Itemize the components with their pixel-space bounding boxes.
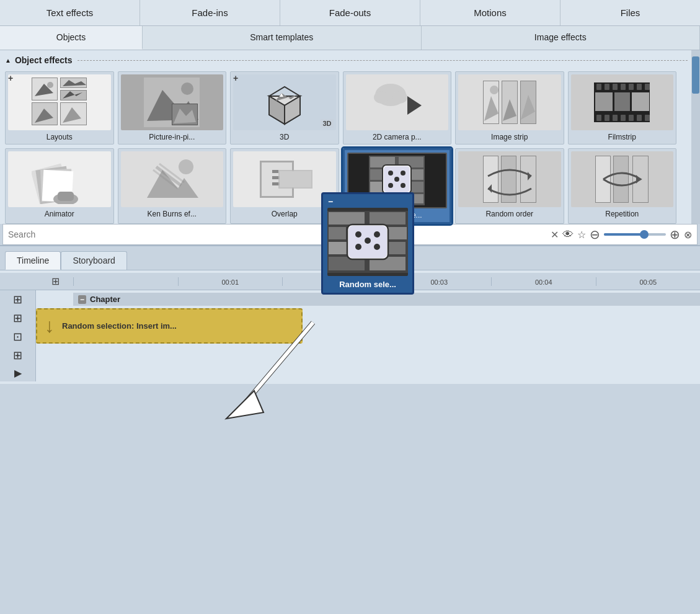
tab-motions[interactable]: Motions bbox=[420, 0, 560, 25]
chapter-label: Chapter bbox=[90, 295, 120, 304]
svg-rect-74 bbox=[272, 170, 278, 173]
svg-rect-111 bbox=[370, 212, 405, 225]
svg-rect-50 bbox=[645, 84, 650, 90]
tab-files[interactable]: Files bbox=[560, 0, 700, 25]
section-title: Object effects bbox=[15, 55, 73, 65]
tab-fade-outs[interactable]: Fade-outs bbox=[280, 0, 420, 25]
effect-label-animator: Animator bbox=[45, 210, 74, 218]
app-container: Text effects Fade-ins Fade-outs Motions … bbox=[0, 0, 700, 443]
svg-point-94 bbox=[394, 177, 399, 182]
collapse-triangle[interactable]: ▲ bbox=[5, 57, 11, 64]
tooltip-minus[interactable]: − bbox=[326, 197, 335, 208]
effect-strip[interactable]: Image strip bbox=[455, 71, 564, 145]
svg-rect-57 bbox=[645, 115, 650, 121]
effect-thumb-strip bbox=[458, 74, 561, 130]
zoom-plus-icon[interactable]: ⊕ bbox=[670, 227, 680, 242]
svg-rect-110 bbox=[329, 212, 365, 225]
tab-timeline[interactable]: Timeline bbox=[5, 251, 61, 270]
clear-icon[interactable]: ✕ bbox=[551, 229, 559, 241]
tool-icon-1[interactable]: ⊞ bbox=[13, 293, 22, 306]
effect-layouts[interactable]: + bbox=[5, 71, 114, 145]
search-input[interactable] bbox=[8, 229, 547, 239]
effect-thumb-animator bbox=[8, 151, 111, 207]
effect-label-strip: Image strip bbox=[491, 133, 528, 141]
track-item[interactable]: ↓ Random selection: Insert im... bbox=[36, 308, 303, 344]
ruler-mark-4: 00:04 bbox=[491, 277, 596, 286]
svg-rect-48 bbox=[629, 84, 634, 90]
effects-area: + bbox=[5, 71, 688, 224]
effect-kenburns[interactable]: Ken Burns ef... bbox=[118, 148, 227, 224]
effect-camera[interactable]: 2D camera p... bbox=[343, 71, 452, 145]
tab-image-effects[interactable]: Image effects bbox=[422, 26, 701, 50]
svg-rect-47 bbox=[621, 84, 626, 90]
svg-point-3 bbox=[47, 82, 53, 88]
play-icon[interactable]: ▶ bbox=[14, 367, 22, 379]
svg-marker-31 bbox=[407, 96, 422, 115]
effect-thumb-overlap bbox=[233, 151, 336, 207]
star-icon[interactable]: ☆ bbox=[577, 229, 586, 241]
track-row: ↓ Random selection: Insert im... bbox=[36, 308, 700, 344]
down-arrow-icon: ↓ bbox=[45, 314, 55, 337]
effect-order[interactable]: Random order bbox=[455, 148, 564, 224]
svg-point-29 bbox=[374, 91, 389, 104]
tab-objects[interactable]: Objects bbox=[0, 26, 143, 50]
tooltip-thumb-area bbox=[327, 208, 408, 276]
svg-rect-98 bbox=[484, 156, 498, 202]
effect-thumb-pip bbox=[121, 74, 224, 130]
svg-rect-58 bbox=[595, 92, 613, 111]
section-header: ▲ Object effects bbox=[5, 55, 688, 65]
svg-rect-49 bbox=[637, 84, 642, 90]
tab-storyboard[interactable]: Storyboard bbox=[61, 251, 126, 270]
svg-rect-112 bbox=[329, 227, 346, 239]
search-zoom-icon[interactable]: ⊗ bbox=[684, 229, 692, 241]
svg-point-126 bbox=[374, 244, 380, 250]
zoom-thumb[interactable] bbox=[640, 230, 649, 239]
svg-point-122 bbox=[355, 231, 361, 238]
effect-rep[interactable]: Repetition bbox=[568, 148, 677, 224]
track-item-label: Random selection: Insert im... bbox=[62, 321, 177, 331]
effect-animator[interactable]: Animator bbox=[5, 148, 114, 224]
svg-rect-45 bbox=[605, 84, 609, 90]
plus-badge-layouts: + bbox=[8, 73, 13, 83]
svg-point-68 bbox=[179, 159, 193, 174]
effect-thumb-layouts bbox=[8, 74, 111, 130]
svg-point-124 bbox=[365, 238, 371, 244]
chapter-header: − Chapter bbox=[73, 293, 700, 306]
effect-thumb-rep bbox=[571, 151, 674, 207]
effect-3d[interactable]: + bbox=[230, 71, 339, 145]
tooltip-popup: − bbox=[321, 192, 414, 295]
second-tabs-row: Objects Smart templates Image effects bbox=[0, 26, 700, 50]
svg-rect-55 bbox=[629, 115, 634, 121]
effect-thumb-camera bbox=[346, 74, 449, 130]
svg-rect-53 bbox=[613, 115, 618, 121]
effect-thumb-order bbox=[458, 151, 561, 207]
vscrollbar[interactable] bbox=[691, 50, 700, 224]
svg-rect-46 bbox=[613, 84, 618, 90]
eye-icon[interactable]: 👁 bbox=[562, 228, 574, 241]
tracks-area: − Chapter ↓ Random selection: Insert im.… bbox=[36, 290, 700, 381]
tab-fade-ins[interactable]: Fade-ins bbox=[140, 0, 280, 25]
effect-pip[interactable]: Picture-in-pi... bbox=[118, 71, 227, 145]
timeline-left-tools: ⊞ ⊞ ⊡ ⊞ ▶ bbox=[0, 290, 36, 381]
zoom-slider-container[interactable] bbox=[604, 233, 666, 236]
ruler-mark-0 bbox=[73, 277, 178, 286]
tool-icon-2[interactable]: ⊞ bbox=[13, 311, 22, 325]
timeline-main: ⊞ ⊞ ⊡ ⊞ ▶ − Chapter bbox=[0, 290, 700, 381]
tab-smart-templates[interactable]: Smart templates bbox=[143, 26, 422, 50]
tool-icon-4[interactable]: ⊞ bbox=[13, 349, 22, 362]
svg-rect-78 bbox=[280, 171, 311, 187]
effect-film[interactable]: Filmstrip bbox=[568, 71, 677, 145]
effect-label-film: Filmstrip bbox=[608, 133, 636, 141]
effect-label-layouts: Layouts bbox=[47, 133, 73, 141]
svg-point-125 bbox=[355, 244, 361, 250]
effect-label-3d: 3D bbox=[280, 133, 289, 141]
effect-label-pip: Picture-in-pi... bbox=[149, 133, 195, 141]
grid-icon[interactable]: ⊞ bbox=[51, 275, 60, 287]
zoom-minus-icon[interactable]: ⊖ bbox=[590, 227, 600, 242]
vscrollbar-thumb[interactable] bbox=[692, 56, 699, 94]
effect-thumb-3d: 3D bbox=[233, 74, 336, 130]
tool-icon-3[interactable]: ⊡ bbox=[13, 330, 22, 344]
tab-text-effects[interactable]: Text effects bbox=[0, 0, 140, 25]
svg-point-96 bbox=[401, 183, 405, 188]
chapter-minus-btn[interactable]: − bbox=[78, 295, 86, 304]
